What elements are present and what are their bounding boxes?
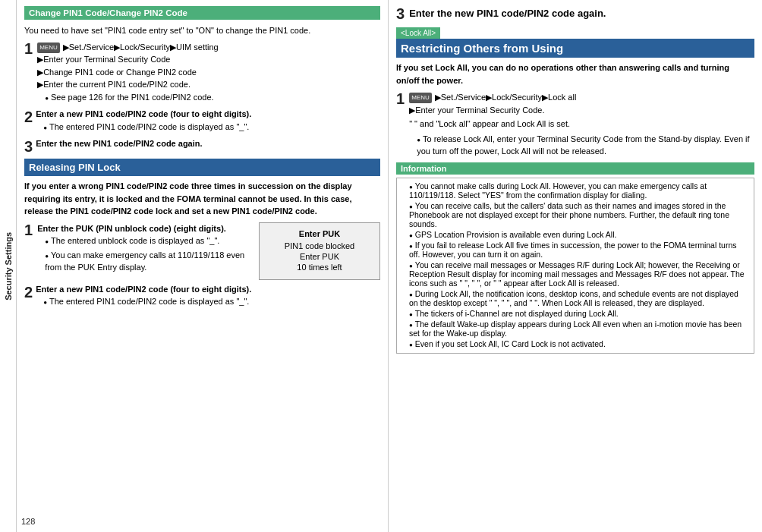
step2-bullet: The entered PIN1 code/PIN2 code is displ… [36,121,380,134]
lock-all-tag-wrapper: <Lock All> [396,27,754,39]
rstep2-row: 2 Enter a new PIN1 code/PIN2 code (four … [24,283,380,310]
lstep1-menu-icon: MENU [409,93,432,103]
step3-row: 3 Enter the new PIN1 code/PIN2 code agai… [24,137,380,156]
lstep1-number: 1 [396,91,405,106]
step3-content: Enter the new PIN1 code/PIN2 code again. [36,137,380,150]
info-box: You cannot make calls during Lock All. H… [396,178,754,354]
main-content: Change PIN1 Code/Change PIN2 Code You ne… [17,0,762,532]
step1-line3: ▶Change PIN1 code or Change PIN2 code [37,68,197,77]
step3-label: Enter the new PIN1 code/PIN2 code again. [36,139,202,148]
info-item-8: The default Wake-up display appears duri… [401,320,749,338]
info-item-9: Even if you set Lock All, IC Card Lock i… [401,339,749,348]
lstep1-line1: ▶Set./Service▶Lock/Security▶Lock all [435,93,577,102]
info-item-1: You cannot make calls during Lock All. H… [401,181,749,200]
sidebar-label: Security Settings [4,232,13,301]
section2-intro: If you enter a wrong PIN1 code/PIN2 code… [24,180,380,218]
rstep1-content: Enter the PUK (PIN unblock code) (eight … [37,222,251,275]
puk-box-title: Enter PUK [269,229,370,238]
sidebar: Security Settings [0,0,17,532]
step1-bullet: See page 126 for the PIN1 code/PIN2 code… [37,91,380,104]
puk-box-line2: Enter PUK [269,252,370,261]
right-step3-number: 3 [396,6,405,21]
right-column: 3 Enter the new PIN1 code/PIN2 code agai… [389,0,762,532]
step2-row: 2 Enter a new PIN1 code/PIN2 code (four … [24,108,380,134]
step1-row: 1 MENU ▶Set./Service▶Lock/Security▶UIM s… [24,41,380,105]
lstep1-bullet: To release Lock All, enter your Terminal… [409,133,754,158]
lock-all-tag: <Lock All> [396,27,440,39]
step1-line2: ▶Enter your Terminal Security Code [37,55,170,64]
puk-box-line1: PIN1 code blocked [269,241,370,250]
step2-label: Enter a new PIN1 code/PIN2 code (four to… [36,109,251,118]
info-item-3: GPS Location Provision is available even… [401,230,749,239]
right-step3-label: Enter the new PIN1 code/PIN2 code again. [409,8,606,19]
step1-line4: ▶Enter the current PIN1 code/PIN2 code. [37,80,190,89]
lstep1-content: MENU ▶Set./Service▶Lock/Security▶Lock al… [409,91,754,159]
info-item-4: If you fail to release Lock All five tim… [401,241,749,259]
section2-header: Releasing PIN Lock [24,159,380,176]
step1-line1: ▶Set./Service▶Lock/Security▶UIM setting [63,42,219,52]
step2-number: 2 [24,108,33,126]
lstep1-line2: ▶Enter your Terminal Security Code. [409,105,544,115]
rstep2-number: 2 [24,283,33,301]
step2-content: Enter a new PIN1 code/PIN2 code (four to… [36,108,380,134]
right-step3-row: 3 Enter the new PIN1 code/PIN2 code agai… [396,6,754,21]
menu-icon: MENU [37,42,60,53]
section1-intro: You need to have set "PIN1 code entry se… [24,24,380,37]
lstep1-row: 1 MENU ▶Set./Service▶Lock/Security▶Lock … [396,91,754,159]
step1-content: MENU ▶Set./Service▶Lock/Security▶UIM set… [37,41,380,105]
rstep1-bullet2: You can make emergency calls at 110/119/… [37,249,251,274]
rstep1-number: 1 [24,222,33,238]
step3-number: 3 [24,137,33,156]
rstep1-row: 1 Enter the PUK (PIN unblock code) (eigh… [24,222,380,280]
left-column: Change PIN1 Code/Change PIN2 Code You ne… [17,0,389,532]
page-number: 128 [21,517,35,526]
section1-header: Change PIN1 Code/Change PIN2 Code [24,6,380,20]
info-item-6: During Lock All, the notification icons,… [401,289,749,307]
restricting-intro: If you set Lock All, you can do no opera… [396,61,754,87]
info-item-5: You can receive mail messages or Message… [401,260,749,288]
rstep2-content: Enter a new PIN1 code/PIN2 code (four to… [36,283,380,310]
info-header: Information [396,162,754,175]
rstep2-label: Enter a new PIN1 code/PIN2 code (four to… [36,285,251,294]
info-item-2: You can receive calls, but the callers' … [401,201,749,228]
rstep1-label: Enter the PUK (PIN unblock code) (eight … [37,224,226,233]
puk-box: Enter PUK PIN1 code blocked Enter PUK 10… [259,222,380,280]
rstep1-bullet1: The entered unblock code is displayed as… [37,235,251,247]
info-item-7: The tickers of i-Channel are not display… [401,309,749,318]
step1-number: 1 [24,41,33,56]
rstep2-bullet: The entered PIN1 code/PIN2 code is displ… [36,295,380,308]
lstep1-quote: " " and "Lock all" appear and Lock All i… [409,118,754,131]
restricting-header: Restricting Others from Using [396,39,754,58]
puk-box-line3: 10 times left [269,263,370,272]
right-step3-content: Enter the new PIN1 code/PIN2 code again. [409,6,754,21]
